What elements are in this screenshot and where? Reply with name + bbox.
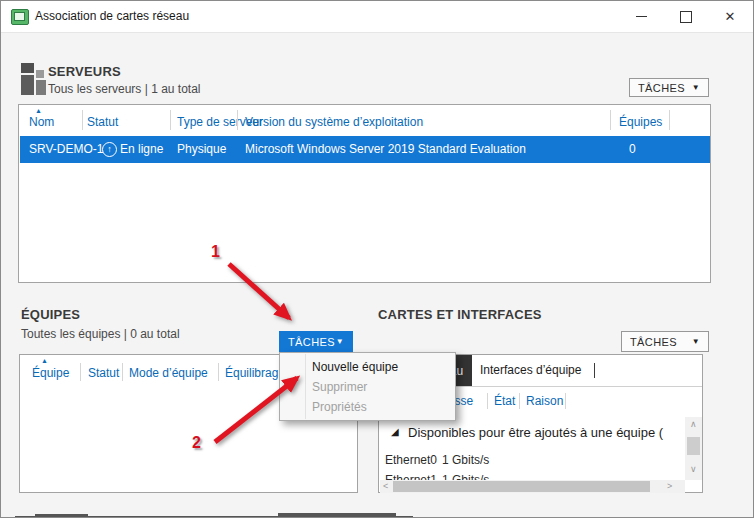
column-separator (610, 110, 611, 130)
adapter-row-ethernet1[interactable]: Ethernet1 1 Gbits/s (379, 471, 685, 480)
adapters-section-title: CARTES ET INTERFACES (378, 307, 542, 322)
column-separator (565, 393, 566, 409)
minimize-icon (636, 16, 647, 17)
menu-item-proprietes: Propriétés (312, 397, 450, 417)
vertical-scrollbar[interactable]: ∧ ∨ (685, 417, 702, 480)
chevron-down-icon: ▼ (336, 337, 344, 346)
background-window-sliver (35, 514, 88, 518)
group-expanded-icon[interactable]: ◢ (391, 426, 399, 437)
column-separator (170, 110, 171, 130)
server-teams-count: 0 (629, 142, 636, 156)
chevron-down-icon: ▼ (692, 337, 700, 346)
servers-tasks-label: TÂCHES (638, 82, 685, 94)
close-icon: ✕ (725, 9, 736, 24)
column-separator (82, 110, 83, 130)
adapters-tasks-button[interactable]: TÂCHES ▼ (621, 331, 709, 352)
nic-teaming-window: Association de cartes réseau ✕ SERVEURS … (0, 0, 754, 518)
servers-icon (21, 63, 47, 95)
col-team-equilibrage[interactable]: Équilibrag (225, 366, 278, 380)
tab-interfaces-equipe[interactable]: Interfaces d’équipe (480, 363, 581, 377)
servers-tasks-button[interactable]: TÂCHES ▼ (629, 78, 709, 97)
server-row-selected[interactable]: SRV-DEMO-1 ↑ En ligne Physique Microsoft… (20, 136, 710, 163)
teams-tasks-label: TÂCHES (288, 336, 335, 348)
adapters-group-header: Disponibles pour être ajoutés à une équi… (408, 425, 685, 440)
servers-table: ▲ Nom Statut Type de serveur Version du … (18, 104, 711, 283)
sort-ascending-icon: ▲ (41, 357, 48, 364)
scroll-left-icon[interactable]: < (383, 482, 388, 491)
maximize-button[interactable] (669, 1, 703, 32)
close-button[interactable]: ✕ (713, 1, 747, 32)
adapters-tasks-label: TÂCHES (630, 336, 677, 348)
window-title: Association de cartes réseau (35, 9, 189, 23)
adapter-speed: 1 Gbits/s (442, 473, 489, 480)
minimize-button[interactable] (624, 1, 658, 32)
sort-ascending-icon: ▲ (35, 107, 42, 114)
server-type: Physique (177, 142, 226, 156)
adapter-name: Ethernet0 (385, 453, 437, 467)
title-bar: Association de cartes réseau ✕ (1, 1, 753, 33)
menu-gutter-line (305, 354, 306, 419)
horizontal-scroll-thumb[interactable] (393, 481, 650, 492)
network-adapter-app-icon (11, 9, 29, 25)
servers-section-title: SERVEURS (48, 64, 121, 79)
column-separator (519, 393, 520, 409)
status-up-icon: ↑ (102, 142, 117, 157)
column-separator (122, 363, 123, 381)
server-os: Microsoft Windows Server 2019 Standard E… (245, 142, 526, 156)
scroll-up-icon[interactable]: ∧ (690, 420, 697, 429)
col-etat[interactable]: État (494, 394, 515, 408)
teams-tasks-button[interactable]: TÂCHES ▼ (279, 331, 353, 352)
column-separator (487, 393, 488, 409)
col-equipes[interactable]: Équipes (619, 115, 662, 129)
server-name: SRV-DEMO-1 (29, 142, 103, 156)
annotation-step-2: 2 (192, 434, 201, 452)
teams-section-subtitle: Toutes les équipes | 0 au total (21, 327, 180, 341)
col-statut[interactable]: Statut (87, 115, 118, 129)
column-separator (218, 363, 219, 381)
col-nom[interactable]: Nom (29, 115, 54, 129)
adapter-name: Ethernet1 (385, 473, 437, 480)
col-raison[interactable]: Raison (526, 394, 563, 408)
column-separator (237, 110, 238, 130)
column-separator (669, 110, 670, 130)
tasks-dropdown-menu: Nouvelle équipe Supprimer Propriétés (279, 352, 456, 421)
col-team-mode[interactable]: Mode d’équipe (129, 366, 208, 380)
maximize-icon (680, 11, 692, 23)
menu-item-nouvelle-equipe[interactable]: Nouvelle équipe (312, 357, 450, 377)
menu-item-supprimer: Supprimer (312, 377, 450, 397)
horizontal-scrollbar[interactable]: < > (380, 480, 685, 493)
col-team-statut[interactable]: Statut (88, 366, 119, 380)
column-separator (80, 363, 81, 381)
server-status: En ligne (120, 142, 163, 156)
adapter-row-ethernet0[interactable]: Ethernet0 1 Gbits/s (379, 451, 685, 469)
scroll-down-icon[interactable]: ∨ (690, 465, 697, 474)
scroll-right-icon[interactable]: > (667, 482, 672, 491)
vertical-scroll-thumb[interactable] (687, 437, 700, 455)
background-window-sliver (278, 513, 396, 518)
adapter-speed: 1 Gbits/s (442, 453, 489, 467)
annotation-step-1: 1 (211, 243, 220, 261)
teams-section-title: ÉQUIPES (21, 307, 80, 322)
col-version[interactable]: Version du système d’exploitation (245, 115, 423, 129)
servers-section-subtitle: Tous les serveurs | 1 au total (48, 82, 201, 96)
col-equipe[interactable]: Équipe (32, 366, 69, 380)
text-cursor (594, 363, 595, 378)
chevron-down-icon: ▼ (692, 83, 700, 92)
tab-interfaces-equipe-label: Interfaces d’équipe (480, 363, 581, 377)
